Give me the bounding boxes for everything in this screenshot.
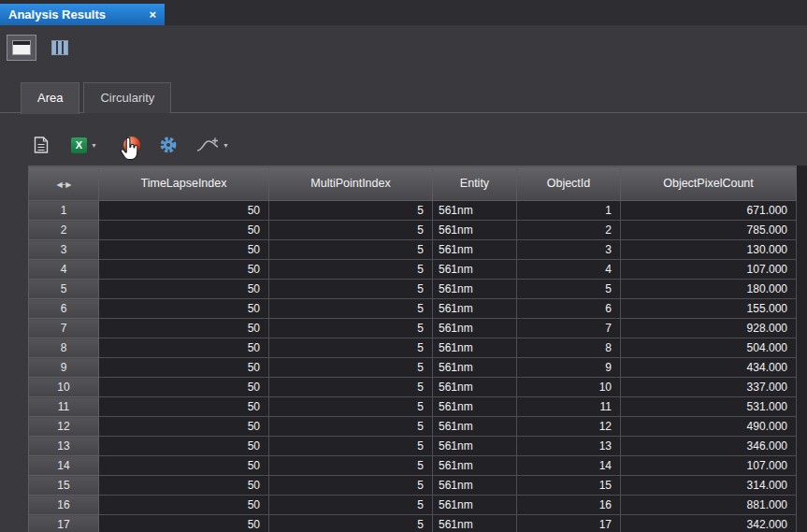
table-row[interactable]: 13505561nm13346.000: [29, 437, 797, 456]
cell-timelapse[interactable]: 50: [99, 299, 269, 319]
cell-entity[interactable]: 561nm: [433, 476, 517, 496]
close-icon[interactable]: ×: [141, 7, 156, 22]
graph-curve-dropdown[interactable]: ▼: [223, 142, 229, 149]
row-number-cell[interactable]: 4: [29, 260, 99, 280]
row-number-cell[interactable]: 1: [29, 201, 99, 221]
cell-timelapse[interactable]: 50: [99, 319, 269, 338]
cell-multipoint[interactable]: 5: [269, 358, 433, 378]
cell-objectid[interactable]: 8: [517, 338, 621, 358]
row-number-cell[interactable]: 9: [29, 358, 99, 378]
cell-pixelcount[interactable]: 434.000: [621, 358, 797, 378]
cell-objectid[interactable]: 1: [517, 201, 621, 221]
column-header-objectpixelcount[interactable]: ObjectPixelCount: [621, 166, 797, 201]
cell-entity[interactable]: 561nm: [433, 240, 517, 260]
cell-objectid[interactable]: 7: [517, 319, 621, 338]
cell-objectid[interactable]: 4: [517, 260, 621, 280]
cell-entity[interactable]: 561nm: [433, 515, 517, 532]
cell-entity[interactable]: 561nm: [433, 358, 517, 378]
table-row[interactable]: 17505561nm17342.000: [29, 515, 797, 532]
table-row[interactable]: 2505561nm2785.000: [29, 221, 797, 240]
cell-multipoint[interactable]: 5: [269, 201, 433, 221]
table-row[interactable]: 12505561nm12490.000: [29, 417, 797, 437]
cell-multipoint[interactable]: 5: [269, 476, 433, 496]
cell-timelapse[interactable]: 50: [99, 260, 269, 280]
table-row[interactable]: 4505561nm4107.000: [29, 260, 797, 280]
cell-entity[interactable]: 561nm: [433, 496, 517, 515]
cell-objectid[interactable]: 2: [517, 221, 621, 240]
row-number-cell[interactable]: 3: [29, 240, 99, 260]
cell-entity[interactable]: 561nm: [433, 280, 517, 299]
cell-objectid[interactable]: 9: [517, 358, 621, 378]
cell-pixelcount[interactable]: 346.000: [621, 437, 797, 456]
table-row[interactable]: 9505561nm9434.000: [29, 358, 797, 378]
row-number-header[interactable]: ◀─▶: [29, 166, 99, 201]
cell-timelapse[interactable]: 50: [99, 201, 269, 221]
cell-objectid[interactable]: 13: [517, 437, 621, 456]
cell-entity[interactable]: 561nm: [433, 417, 517, 437]
column-header-multipointindex[interactable]: MultiPointIndex: [269, 166, 433, 201]
cell-timelapse[interactable]: 50: [99, 221, 269, 240]
row-number-cell[interactable]: 2: [29, 221, 99, 240]
cell-pixelcount[interactable]: 490.000: [621, 417, 797, 437]
table-row[interactable]: 7505561nm7928.000: [29, 319, 797, 338]
cell-multipoint[interactable]: 5: [269, 221, 433, 240]
cell-entity[interactable]: 561nm: [433, 299, 517, 319]
table-row[interactable]: 1505561nm1671.000: [29, 201, 797, 221]
row-number-cell[interactable]: 13: [29, 437, 99, 456]
cell-pixelcount[interactable]: 155.000: [621, 299, 797, 319]
column-header-entity[interactable]: Entity: [433, 166, 517, 201]
cell-multipoint[interactable]: 5: [269, 515, 433, 532]
cell-pixelcount[interactable]: 130.000: [621, 240, 797, 260]
cell-entity[interactable]: 561nm: [433, 378, 517, 397]
cell-pixelcount[interactable]: 671.000: [621, 201, 797, 221]
cell-pixelcount[interactable]: 107.000: [621, 456, 797, 476]
cell-objectid[interactable]: 5: [517, 280, 621, 299]
cell-multipoint[interactable]: 5: [269, 260, 433, 280]
cell-multipoint[interactable]: 5: [269, 338, 433, 358]
cell-timelapse[interactable]: 50: [99, 378, 269, 397]
table-row[interactable]: 15505561nm15314.000: [29, 476, 797, 496]
table-row[interactable]: 10505561nm10337.000: [29, 378, 797, 397]
cell-pixelcount[interactable]: 504.000: [621, 338, 797, 358]
panel-tab-analysis-results[interactable]: Analysis Results ×: [0, 4, 165, 25]
single-view-button[interactable]: [7, 35, 36, 61]
cell-timelapse[interactable]: 50: [99, 280, 269, 299]
row-number-cell[interactable]: 14: [29, 456, 99, 476]
cell-entity[interactable]: 561nm: [433, 221, 517, 240]
cell-timelapse[interactable]: 50: [99, 515, 269, 532]
cell-entity[interactable]: 561nm: [433, 260, 517, 280]
table-row[interactable]: 14505561nm14107.000: [29, 456, 797, 476]
cell-multipoint[interactable]: 5: [269, 378, 433, 397]
column-header-timelapseindex[interactable]: TimeLapseIndex: [99, 166, 269, 201]
cell-pixelcount[interactable]: 107.000: [621, 260, 797, 280]
cell-entity[interactable]: 561nm: [433, 319, 517, 338]
export-excel-dropdown[interactable]: ▼: [91, 142, 97, 149]
tab-area[interactable]: Area: [21, 82, 79, 114]
cell-timelapse[interactable]: 50: [99, 437, 269, 456]
cell-multipoint[interactable]: 5: [269, 299, 433, 319]
column-header-objectid[interactable]: ObjectId: [517, 166, 621, 201]
row-number-cell[interactable]: 12: [29, 417, 99, 437]
cell-timelapse[interactable]: 50: [99, 417, 269, 437]
cell-multipoint[interactable]: 5: [269, 456, 433, 476]
graph-curve-button[interactable]: [196, 137, 219, 153]
cell-multipoint[interactable]: 5: [269, 280, 433, 299]
cell-pixelcount[interactable]: 342.000: [621, 515, 797, 532]
cell-pixelcount[interactable]: 785.000: [621, 221, 797, 240]
cell-entity[interactable]: 561nm: [433, 456, 517, 476]
cell-timelapse[interactable]: 50: [99, 240, 269, 260]
table-row[interactable]: 8505561nm8504.000: [29, 338, 797, 358]
row-number-cell[interactable]: 11: [29, 397, 99, 417]
cell-pixelcount[interactable]: 180.000: [621, 280, 797, 299]
cell-objectid[interactable]: 15: [517, 476, 621, 496]
cell-entity[interactable]: 561nm: [433, 437, 517, 456]
cell-objectid[interactable]: 11: [517, 397, 621, 417]
cell-multipoint[interactable]: 5: [269, 496, 433, 515]
cell-entity[interactable]: 561nm: [433, 338, 517, 358]
color-sphere-button[interactable]: [123, 137, 140, 153]
row-number-cell[interactable]: 7: [29, 319, 99, 338]
cell-pixelcount[interactable]: 881.000: [621, 496, 797, 515]
cell-multipoint[interactable]: 5: [269, 240, 433, 260]
cell-timelapse[interactable]: 50: [99, 358, 269, 378]
row-number-cell[interactable]: 16: [29, 496, 99, 515]
